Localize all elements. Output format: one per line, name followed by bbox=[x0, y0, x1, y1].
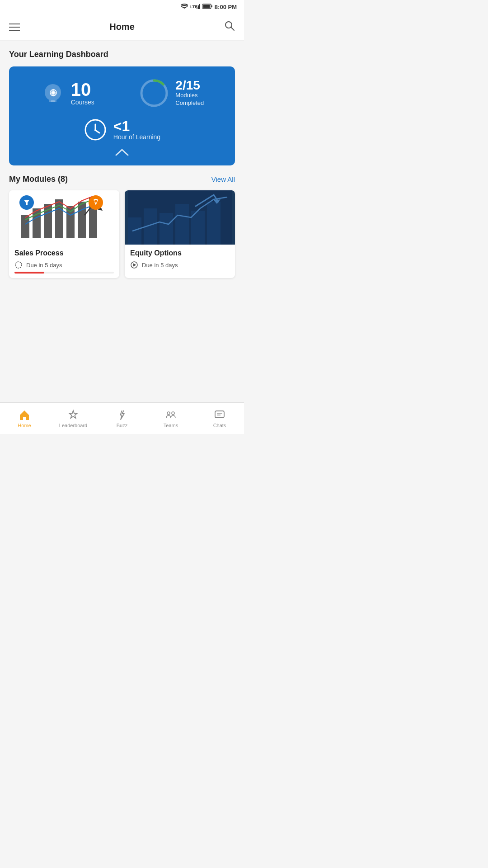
sales-process-image bbox=[9, 190, 119, 245]
modules-progress-block: 2/15 ModulesCompleted bbox=[138, 77, 204, 109]
dashboard-bottom-row: <1 Hour of Learning bbox=[18, 118, 226, 142]
svg-point-44 bbox=[172, 412, 174, 415]
svg-rect-22 bbox=[66, 206, 75, 238]
module-cards-container: Sales Process Due in 5 days bbox=[9, 190, 235, 278]
home-label: Home bbox=[18, 423, 31, 428]
dashed-circle-icon bbox=[14, 261, 23, 269]
sales-progress-bar bbox=[14, 272, 114, 274]
courses-block: 10 Courses bbox=[40, 80, 94, 106]
bottom-nav: Home Leaderboard Buzz Teams Chats bbox=[0, 402, 244, 434]
courses-number: 10 bbox=[71, 80, 94, 99]
svg-marker-41 bbox=[133, 264, 136, 267]
progress-circle bbox=[138, 77, 170, 109]
nav-item-teams[interactable]: Teams bbox=[146, 406, 195, 432]
svg-rect-45 bbox=[215, 411, 224, 418]
top-nav: Home bbox=[0, 14, 244, 41]
equity-card-title: Equity Options bbox=[130, 249, 230, 257]
sales-card-title: Sales Process bbox=[14, 249, 114, 257]
svg-point-43 bbox=[167, 412, 170, 415]
svg-rect-11 bbox=[51, 100, 55, 102]
svg-rect-3 bbox=[199, 4, 200, 9]
equity-due-date: Due in 5 days bbox=[130, 261, 230, 269]
buzz-label: Buzz bbox=[117, 423, 127, 428]
main-content: Your Learning Dashboard 10 Courses bbox=[0, 41, 244, 402]
view-all-button[interactable]: View All bbox=[211, 175, 235, 183]
home-icon bbox=[19, 409, 30, 421]
modules-fraction: 2/15 bbox=[175, 79, 204, 92]
status-icons: LTE 8:00 PM bbox=[181, 3, 237, 10]
nav-item-home[interactable]: Home bbox=[0, 406, 49, 432]
hours-label: Hour of Learning bbox=[113, 133, 160, 141]
svg-rect-5 bbox=[211, 5, 212, 7]
status-time: 8:00 PM bbox=[215, 4, 237, 10]
battery-icon bbox=[202, 3, 212, 10]
svg-rect-2 bbox=[198, 5, 199, 9]
brain-icon bbox=[40, 80, 66, 106]
svg-point-29 bbox=[94, 200, 97, 203]
svg-point-30 bbox=[15, 262, 22, 268]
module-card-equity[interactable]: Equity Options Due in 5 days bbox=[125, 190, 235, 278]
page-title: Home bbox=[109, 22, 135, 32]
nav-item-leaderboard[interactable]: Leaderboard bbox=[49, 406, 98, 432]
buzz-icon bbox=[116, 409, 128, 421]
equity-options-image bbox=[125, 190, 235, 245]
courses-text: 10 Courses bbox=[71, 80, 94, 106]
modules-text: 2/15 ModulesCompleted bbox=[175, 79, 204, 107]
dashboard-top-row: 10 Courses 2/15 ModulesComp bbox=[18, 77, 226, 109]
courses-label: Courses bbox=[71, 99, 94, 106]
svg-rect-39 bbox=[128, 190, 232, 245]
leaderboard-icon bbox=[67, 409, 79, 421]
nav-item-buzz[interactable]: Buzz bbox=[98, 406, 146, 432]
svg-rect-6 bbox=[203, 5, 210, 8]
module-card-sales[interactable]: Sales Process Due in 5 days bbox=[9, 190, 119, 278]
menu-button[interactable] bbox=[9, 24, 20, 31]
svg-rect-23 bbox=[78, 202, 86, 238]
modules-label: ModulesCompleted bbox=[175, 92, 204, 107]
collapse-button[interactable] bbox=[18, 148, 226, 158]
play-circle-icon bbox=[130, 261, 138, 269]
status-bar: LTE 8:00 PM bbox=[0, 0, 244, 14]
sales-progress-fill bbox=[14, 272, 44, 274]
svg-marker-42 bbox=[69, 410, 77, 418]
lte-signal-icon: LTE bbox=[190, 3, 200, 10]
teams-icon bbox=[165, 409, 177, 421]
svg-line-8 bbox=[231, 27, 234, 30]
leaderboard-label: Leaderboard bbox=[59, 423, 87, 428]
hours-text: <1 Hour of Learning bbox=[113, 119, 160, 141]
hours-number: <1 bbox=[113, 119, 160, 133]
teams-label: Teams bbox=[164, 423, 178, 428]
modules-section-title: My Modules (8) bbox=[9, 175, 68, 184]
svg-text:LTE: LTE bbox=[190, 5, 197, 9]
dashboard-card[interactable]: 10 Courses 2/15 ModulesComp bbox=[9, 66, 235, 165]
sales-card-body: Sales Process Due in 5 days bbox=[9, 245, 119, 278]
svg-point-17 bbox=[94, 129, 96, 131]
chats-label: Chats bbox=[213, 423, 226, 428]
dashboard-title: Your Learning Dashboard bbox=[9, 50, 235, 59]
nav-item-chats[interactable]: Chats bbox=[195, 406, 244, 432]
clock-icon bbox=[84, 118, 107, 142]
sales-due-date: Due in 5 days bbox=[14, 261, 114, 269]
equity-card-body: Equity Options Due in 5 days bbox=[125, 245, 235, 276]
svg-rect-1 bbox=[197, 7, 197, 9]
chats-icon bbox=[214, 409, 225, 421]
modules-section-header: My Modules (8) View All bbox=[9, 175, 235, 184]
wifi-icon bbox=[181, 4, 188, 10]
search-button[interactable] bbox=[224, 20, 235, 34]
